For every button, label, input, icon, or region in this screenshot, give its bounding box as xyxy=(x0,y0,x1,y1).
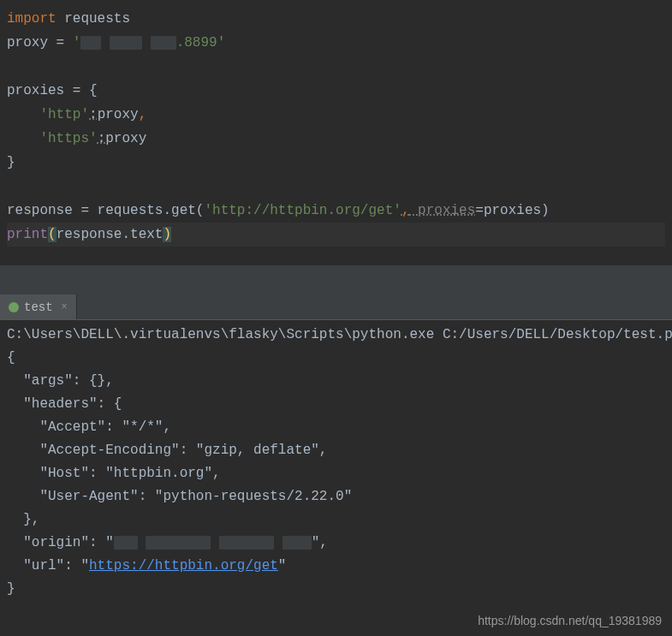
string-end: .8899' xyxy=(176,35,226,51)
paren-open: ( xyxy=(48,227,56,242)
console-line: "headers": { xyxy=(7,393,665,416)
colon: : xyxy=(98,131,106,146)
console-tab-bar: test × xyxy=(0,294,672,320)
redacted-ip xyxy=(110,36,142,50)
redacted-origin xyxy=(146,536,211,550)
builtin-print: print xyxy=(7,227,48,242)
var-assign: proxy = xyxy=(7,35,73,51)
tab-label: test xyxy=(24,300,53,314)
console-line: } xyxy=(7,578,665,601)
call-post: =proxies) xyxy=(475,203,549,218)
url-pre: "url": " xyxy=(7,558,89,574)
console-output[interactable]: C:\Users\DELL\.virtualenvs\flasky\Script… xyxy=(0,320,672,604)
dict-close: } xyxy=(7,155,15,170)
redacted-ip xyxy=(151,36,176,50)
dict-open: proxies = { xyxy=(7,83,98,98)
redacted-origin xyxy=(219,536,274,550)
console-line: "url": "https://httpbin.org/get" xyxy=(7,555,665,578)
dict-key: 'http' xyxy=(7,107,89,122)
paren-close: ) xyxy=(163,227,171,242)
console-command: C:\Users\DELL\.virtualenvs\flasky\Script… xyxy=(7,324,665,347)
expr-body: response.text xyxy=(56,227,164,242)
code-line: } xyxy=(7,151,665,175)
code-line: response = requests.get('http://httpbin.… xyxy=(7,199,665,223)
console-line: "origin": " ", xyxy=(7,532,665,555)
call-pre: response = requests.get( xyxy=(7,203,204,218)
code-line: proxy = ' .8899' xyxy=(7,31,665,55)
code-line: 'http':proxy, xyxy=(7,103,665,127)
run-icon xyxy=(9,302,19,312)
dict-val: proxy xyxy=(98,107,139,122)
console-line: "Accept": "*/*", xyxy=(7,416,665,439)
url-post: " xyxy=(278,558,287,574)
panel-divider[interactable] xyxy=(0,265,672,294)
code-line xyxy=(7,55,665,79)
code-line: import requests xyxy=(7,7,665,31)
code-line: proxies = { xyxy=(7,79,665,103)
kwarg-name: proxies xyxy=(409,203,475,218)
tab-test[interactable]: test × xyxy=(0,294,77,319)
console-line: "Host": "httpbin.org", xyxy=(7,462,665,485)
console-line: "User-Agent": "python-requests/2.22.0" xyxy=(7,485,665,508)
console-line: }, xyxy=(7,508,665,532)
code-line xyxy=(7,175,665,199)
close-icon[interactable]: × xyxy=(62,301,68,313)
dict-val: proxy xyxy=(105,131,146,146)
keyword-import: import xyxy=(7,11,56,27)
dict-key: 'https' xyxy=(7,131,98,146)
redacted-ip xyxy=(80,36,101,50)
console-line: { xyxy=(7,347,665,370)
colon: : xyxy=(89,107,98,122)
code-line-current: print(response.text) xyxy=(7,223,665,247)
redacted-origin xyxy=(282,536,312,550)
code-line: 'https':proxy xyxy=(7,127,665,151)
code-editor[interactable]: import requests proxy = ' .8899' proxies… xyxy=(0,0,672,265)
module-name: requests xyxy=(56,11,130,27)
origin-pre: "origin": " xyxy=(7,535,114,550)
console-line: "args": {}, xyxy=(7,370,665,393)
watermark-text: https://blog.csdn.net/qq_19381989 xyxy=(478,614,662,627)
origin-post: ", xyxy=(312,535,336,550)
string-open: ' xyxy=(73,35,81,51)
redacted-origin xyxy=(114,536,138,550)
url-link[interactable]: https://httpbin.org/get xyxy=(89,558,278,574)
comma: , xyxy=(139,107,147,122)
string-url: 'http://httpbin.org/get' xyxy=(204,203,401,218)
console-line: "Accept-Encoding": "gzip, deflate", xyxy=(7,439,665,462)
